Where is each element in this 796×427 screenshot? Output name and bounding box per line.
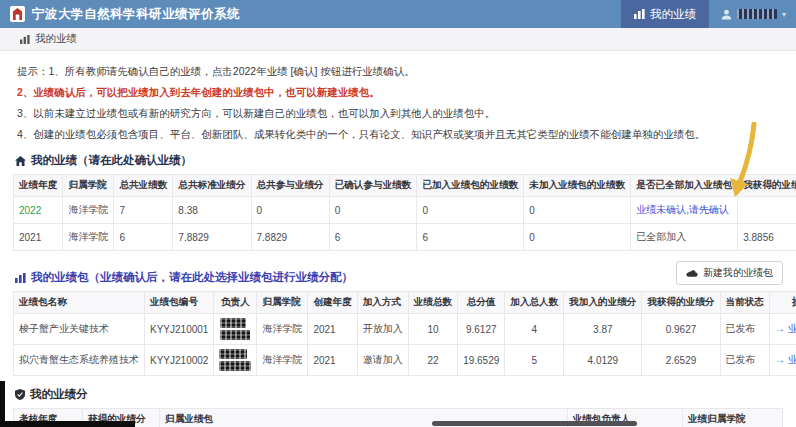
cell-members: 5 (505, 345, 564, 376)
cell-college: 海洋学院 (63, 224, 114, 251)
bar-chart-icon (634, 9, 645, 19)
chevron-down-icon: ▾ (782, 10, 786, 19)
col-header: 业绩年度 (14, 175, 63, 197)
cell-total: 10 (408, 314, 457, 345)
col-header: 加入总人数 (505, 292, 564, 314)
navbar-right: 我的业绩 ▾ (621, 0, 796, 28)
top-navbar: 宁波大学自然科学科研业绩评价系统 我的业绩 ▾ (0, 0, 796, 28)
new-package-button[interactable]: 新建我的业绩包 (676, 261, 783, 285)
col-header: 加入方式 (357, 292, 408, 314)
nav-my-performance-label: 我的业绩 (650, 7, 696, 22)
col-header: 是否已全部加入业绩包 (631, 175, 738, 197)
university-logo-icon (10, 6, 25, 22)
main-content: 提示：1、所有教师请先确认自己的业绩，点击2022年业绩 [确认] 按钮进行业绩… (0, 51, 796, 427)
cell-status: 已发布 (720, 345, 769, 376)
cell-package-code: KYYJ210002 (145, 345, 214, 376)
section-packages-header: 我的业绩包（业绩确认后，请在此处选择业绩包进行业绩分配） 新建我的业绩包 (13, 261, 783, 285)
cell-std-score: 7.8829 (173, 224, 251, 251)
cell-confirmed-count: 6 (329, 224, 417, 251)
cell-joined-count: 6 (417, 224, 524, 251)
section-points-label: 我的业绩分 (30, 387, 88, 402)
cell-year: 2021 (308, 314, 357, 345)
bar-chart-icon (20, 35, 30, 44)
cell-part-score: 0 (251, 197, 329, 224)
cell-year: 2022 (14, 197, 63, 224)
cell-leader-redacted (214, 314, 257, 345)
cell-notjoined-count: 0 (524, 197, 631, 224)
cell-leader-redacted (214, 345, 257, 376)
col-header: 我获得的业绩分 (642, 292, 720, 314)
cell-year: 2021 (308, 345, 357, 376)
section-points-title: 我的业绩分 (15, 387, 781, 402)
user-menu[interactable]: ▾ (709, 9, 796, 20)
app-window: 宁波大学自然科学科研业绩评价系统 我的业绩 ▾ 我的业绩 提示：1、所有教师请先… (0, 0, 796, 427)
breadcrumb-label: 我的业绩 (35, 32, 77, 46)
col-header: 归属学院 (63, 175, 114, 197)
cell-members: 4 (505, 314, 564, 345)
col-header: 获得的业绩分 (83, 409, 160, 427)
package-row: 拟穴青蟹生态系统养殖技术 KYYJ210002 海洋学院 2021 邀请加入 2… (14, 345, 796, 376)
col-header: 总共标准业绩分 (173, 175, 251, 197)
horizontal-scrollbar-thumb[interactable] (432, 421, 637, 426)
cell-college: 海洋学院 (257, 345, 308, 376)
cell-college: 海洋学院 (257, 314, 308, 345)
cell-part-score: 7.8829 (251, 224, 329, 251)
col-header: 业绩包名称 (14, 292, 145, 314)
col-header: 当前状态 (720, 292, 769, 314)
col-header: 我获得的业绩分 (738, 175, 796, 197)
col-header: 已确认参与业绩数 (329, 175, 417, 197)
table-header-row: 业绩年度 归属学院 总共业绩数 总共标准业绩分 总共参与业绩分 已确认参与业绩数… (14, 175, 796, 197)
section-packages-title: 我的业绩包（业绩确认后，请在此处选择业绩包进行业绩分配） (15, 270, 353, 285)
cell-my-gained: 2.6529 (642, 345, 720, 376)
notice-line-1: 提示：1、所有教师请先确认自己的业绩，点击2022年业绩 [确认] 按钮进行业绩… (17, 65, 779, 79)
cell-join-status: 已全部加入 (631, 224, 738, 251)
cell-join-mode: 开放加入 (357, 314, 408, 345)
table-header-row: 业绩包名称 业绩包编号 负责人 归属学院 创建年度 加入方式 业绩总数 总分值 … (14, 292, 796, 314)
cell-my-joined: 3.87 (564, 314, 642, 345)
col-header: 业绩包编号 (145, 292, 214, 314)
cell-confirmed-count: 0 (329, 197, 417, 224)
col-header: 未加入业绩包的业绩数 (524, 175, 631, 197)
manage-performance-link[interactable]: → 业绩管理 (769, 345, 796, 376)
col-header: 总分值 (458, 292, 505, 314)
cell-package-name: 拟穴青蟹生态系统养殖技术 (14, 345, 145, 376)
table-row-2022: 2022 海洋学院 7 8.38 0 0 0 0 业绩未确认,请先确认 › 确认… (14, 197, 796, 224)
col-header: 总共参与业绩分 (251, 175, 329, 197)
cell-join-mode: 邀请加入 (357, 345, 408, 376)
table-row-2021: 2021 海洋学院 6 7.8829 7.8829 6 6 0 已全部加入 3.… (14, 224, 796, 251)
cell-total-count: 7 (114, 197, 173, 224)
col-header: 考核年度 (14, 409, 83, 427)
section-my-performance-title: 我的业绩（请在此处确认业绩） (15, 153, 781, 168)
cloud-upload-icon (686, 269, 698, 278)
col-header: 创建年度 (308, 292, 357, 314)
new-package-label: 新建我的业绩包 (703, 266, 773, 280)
cell-package-code: KYYJ210001 (145, 314, 214, 345)
cell-joined-count: 0 (417, 197, 524, 224)
notice-line-2: 2、业绩确认后，可以把业绩加入到去年创建的业绩包中，也可以新建业绩包。 (17, 86, 779, 100)
user-name-redacted (737, 9, 777, 19)
col-header: 已加入业绩包的业绩数 (417, 175, 524, 197)
cell-total-count: 6 (114, 224, 173, 251)
col-header: 归属学院 (257, 292, 308, 314)
cell-year: 2021 (14, 224, 63, 251)
confirm-first-link[interactable]: 业绩未确认,请先确认 (631, 197, 738, 224)
cell-total: 22 (408, 345, 457, 376)
col-header: 操作 (769, 292, 796, 314)
shield-check-icon (15, 389, 25, 400)
cell-my-score (738, 197, 796, 224)
section-packages-label: 我的业绩包（业绩确认后，请在此处选择业绩包进行业绩分配） (31, 270, 353, 285)
col-header: 我加入的业绩分 (564, 292, 642, 314)
package-row: 梭子蟹产业关键技术 KYYJ210001 海洋学院 2021 开放加入 10 9… (14, 314, 796, 345)
nav-my-performance-button[interactable]: 我的业绩 (621, 0, 709, 28)
person-icon (721, 9, 732, 20)
manage-performance-link[interactable]: → 业绩管理 (769, 314, 796, 345)
col-header: 业绩归属学院 (683, 409, 783, 427)
cell-score: 9.6127 (458, 314, 505, 345)
cell-score: 19.6529 (458, 345, 505, 376)
breadcrumb: 我的业绩 (0, 28, 796, 51)
packages-table: 业绩包名称 业绩包编号 负责人 归属学院 创建年度 加入方式 业绩总数 总分值 … (13, 291, 796, 376)
bar-chart-icon (15, 273, 26, 283)
cell-my-gained: 0.9627 (642, 314, 720, 345)
notice-line-4: 4、创建的业绩包必须包含项目、平台、创新团队、成果转化类中的一个，只有论文、知识… (17, 128, 779, 142)
cell-my-joined: 4.0129 (564, 345, 642, 376)
